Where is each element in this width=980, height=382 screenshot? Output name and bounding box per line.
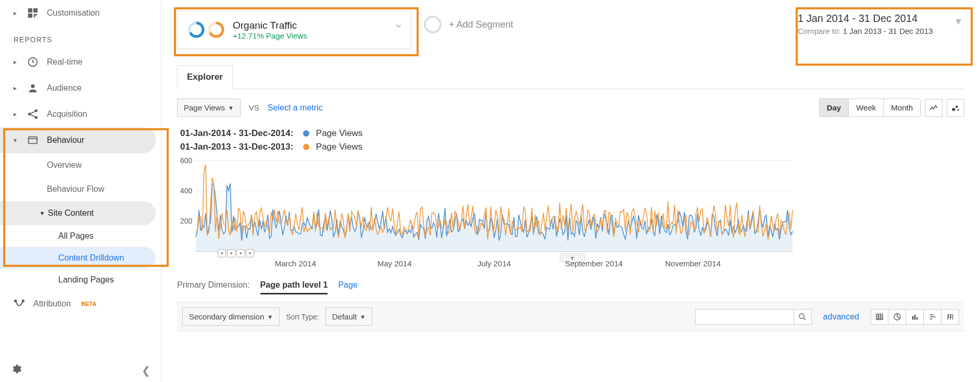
sidebar-item-attribution[interactable]: Attribution BETA <box>0 291 161 317</box>
collapse-sidebar-icon[interactable]: ❮ <box>142 364 150 377</box>
gear-icon[interactable] <box>10 363 22 378</box>
circle-icon <box>424 16 442 33</box>
segment-title: Organic Traffic <box>233 20 307 31</box>
sidebar-item-customisation[interactable]: ▸ Customisation <box>0 0 161 26</box>
view-table-icon[interactable] <box>871 309 888 325</box>
sidebar-label: Behaviour <box>47 135 84 145</box>
svg-rect-10 <box>29 137 37 144</box>
sidebar-label: Attribution <box>33 299 71 309</box>
sidebar-item-site-content[interactable]: ▾ Site Content <box>0 201 156 225</box>
compare-label: Compare to: <box>798 27 841 35</box>
segment-change: +12.71% Page Views <box>233 31 307 40</box>
donut-orange-icon <box>207 20 225 39</box>
vs-label: VS <box>249 103 259 112</box>
sidebar-item-behaviour[interactable]: ▾ Behaviour <box>0 127 156 153</box>
sidebar-label: Acquisition <box>47 109 87 119</box>
svg-point-9 <box>35 117 37 119</box>
search-button[interactable] <box>794 309 812 325</box>
svg-rect-28 <box>914 315 915 319</box>
metric-selector[interactable]: Page Views ▼ <box>177 98 241 117</box>
sidebar-item-realtime[interactable]: ▸ Real-time <box>0 49 161 75</box>
motion-chart-icon[interactable] <box>947 99 964 117</box>
chevron-down-icon[interactable]: ▾ <box>956 15 961 28</box>
sidebar-item-landing-pages[interactable]: Landing Pages <box>0 269 161 291</box>
sort-type-label: Sort Type: <box>286 313 319 321</box>
legend-row-2: 01-Jan-2013 - 31-Dec-2013: Page Views <box>177 140 964 153</box>
note-icon[interactable]: ▾ <box>236 249 245 257</box>
tab-explorer[interactable]: Explorer <box>177 65 233 89</box>
line-chart-icon[interactable] <box>925 99 943 117</box>
dot-blue-icon <box>303 130 309 137</box>
annotation-markers[interactable]: ▾ ▾ ▾ ▾ <box>218 249 254 257</box>
dimension-page-path[interactable]: Page path level 1 <box>260 280 328 294</box>
note-icon[interactable]: ▾ <box>246 249 254 257</box>
metric-label: Page Views <box>184 103 225 112</box>
svg-point-6 <box>31 84 34 88</box>
sidebar-item-all-pages[interactable]: All Pages <box>0 225 161 247</box>
primary-dimension-row: Primary Dimension: Page path level 1 Pag… <box>177 280 964 294</box>
granularity-toggle: Day Week Month <box>819 98 921 117</box>
granularity-month[interactable]: Month <box>884 99 920 116</box>
dimension-page[interactable]: Page <box>338 280 357 290</box>
sidebar-item-audience[interactable]: ▸ Audience <box>0 75 161 101</box>
note-icon[interactable]: ▾ <box>227 249 235 257</box>
chevron-down-icon[interactable]: ⌄ <box>393 16 404 31</box>
sidebar-item-behaviour-flow[interactable]: Behaviour Flow <box>0 177 161 201</box>
compare-range: 1 Jan 2013 - 31 Dec 2013 <box>843 27 933 35</box>
sidebar-label: Behaviour Flow <box>47 184 104 194</box>
donut-blue-icon <box>187 20 206 39</box>
sort-type-selector[interactable]: Default ▼ <box>325 307 372 326</box>
main-content: Organic Traffic +12.71% Page Views ⌄ + A… <box>161 0 980 382</box>
granularity-day[interactable]: Day <box>820 99 849 116</box>
secondary-dimension-button[interactable]: Secondary dimension ▼ <box>182 307 280 326</box>
person-icon <box>27 82 39 94</box>
advanced-link[interactable]: advanced <box>823 312 859 322</box>
sidebar-label: Audience <box>47 83 82 93</box>
svg-rect-1 <box>33 8 37 13</box>
secondary-dimension-label: Secondary dimension <box>189 312 264 321</box>
svg-rect-29 <box>916 317 918 319</box>
view-pie-icon[interactable] <box>888 309 906 325</box>
sidebar-label: Real-time <box>47 57 82 67</box>
sidebar-item-overview[interactable]: Overview <box>0 153 161 177</box>
svg-rect-0 <box>28 8 32 13</box>
beta-badge: BETA <box>81 301 96 307</box>
table-search-input[interactable] <box>695 309 794 325</box>
dot-orange-icon <box>303 144 309 150</box>
view-comparison-icon[interactable] <box>924 309 941 325</box>
caret-down-icon: ▾ <box>14 137 19 144</box>
sort-type-value: Default <box>332 312 357 321</box>
behaviour-sublist: Overview Behaviour Flow ▾ Site Content A… <box>0 153 161 291</box>
caret-right-icon: ▸ <box>14 58 19 66</box>
svg-point-18 <box>956 105 958 108</box>
granularity-week[interactable]: Week <box>849 99 884 116</box>
share-icon <box>27 108 39 120</box>
sidebar-item-acquisition[interactable]: ▸ Acquisition <box>0 101 161 127</box>
donut-icons <box>187 20 225 39</box>
dashboard-icon <box>27 7 39 19</box>
legend-range-1: 01-Jan-2014 - 31-Dec-2014: <box>180 128 293 138</box>
svg-rect-25 <box>876 314 883 319</box>
date-range: 1 Jan 2014 - 31 Dec 2014 <box>798 13 944 24</box>
sidebar-item-content-drilldown[interactable]: Content Drilldown <box>0 247 156 269</box>
date-range-picker[interactable]: 1 Jan 2014 - 31 Dec 2014 Compare to: 1 J… <box>793 10 964 43</box>
add-segment-button[interactable]: + Add Segment <box>413 10 524 39</box>
sidebar: ▸ Customisation REPORTS ▸ Real-time ▸ Au… <box>0 0 161 382</box>
behaviour-icon <box>27 134 39 146</box>
view-bar-icon[interactable] <box>906 309 924 325</box>
svg-point-7 <box>29 113 31 115</box>
caret-right-icon: ▸ <box>14 9 19 17</box>
segment-card-organic[interactable]: Organic Traffic +12.71% Page Views ⌄ <box>177 10 411 49</box>
chevron-down-icon: ▼ <box>267 314 273 320</box>
svg-point-19 <box>958 109 959 110</box>
reports-heading: REPORTS <box>0 26 161 49</box>
caret-right-icon: ▸ <box>14 110 19 118</box>
view-pivot-icon[interactable] <box>941 309 959 325</box>
note-icon[interactable]: ▾ <box>218 249 226 257</box>
legend-range-2: 01-Jan-2013 - 31-Dec-2013: <box>180 142 293 152</box>
select-metric-link[interactable]: Select a metric <box>268 103 323 113</box>
line-chart <box>180 157 795 256</box>
caret-right-icon: ▸ <box>14 84 19 92</box>
chart-area: ▾ ▾ ▾ ▾ ▾ 200400600March 2014May 2014Jul… <box>180 157 964 256</box>
svg-point-17 <box>952 108 955 111</box>
